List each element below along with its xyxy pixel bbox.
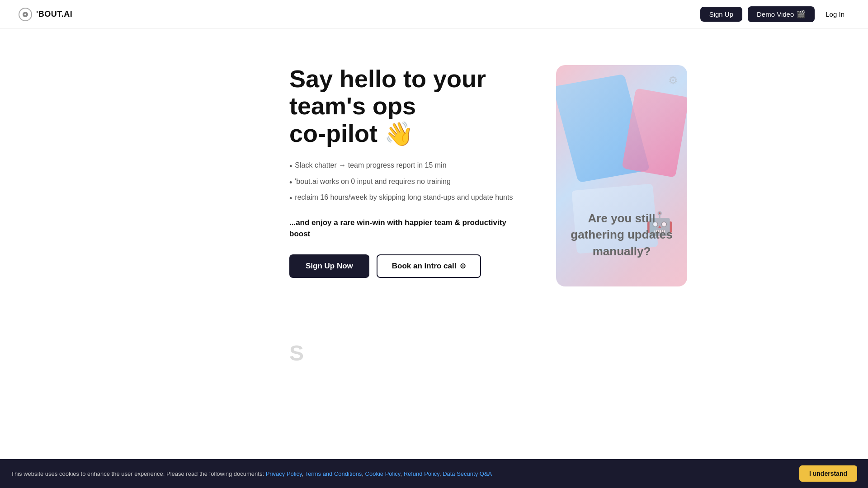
call-icon: ⊙ (460, 262, 466, 270)
cookie-link-refund[interactable]: Refund Policy (404, 470, 439, 477)
hero-bullet-2: • 'bout.ai works on 0 input and requires… (289, 178, 524, 188)
logo-icon (18, 7, 33, 22)
logo-area: 'BOUT.AI (18, 7, 72, 22)
bottom-heading: S (289, 341, 687, 366)
hero-image-text: Are you still gathering updates manually… (556, 210, 687, 259)
nav-demo-button[interactable]: Demo Video 🎬 (748, 6, 815, 22)
book-intro-call-button[interactable]: Book an intro call ⊙ (377, 254, 481, 278)
nav-actions: Sign Up Demo Video 🎬 Log In (700, 6, 850, 22)
gear-icon: ⚙ (668, 74, 678, 87)
hero-section: Say hello to your team's ops co-pilot 👋 … (163, 29, 705, 314)
cookie-banner: This website uses cookies to enhance the… (0, 459, 868, 488)
cookie-link-terms[interactable]: Terms and Conditions (305, 470, 362, 477)
nav-login-button[interactable]: Log In (820, 7, 850, 22)
hero-image: ⚙ 🤖 Are you still gathering updates manu… (556, 65, 687, 286)
demo-label: Demo Video (757, 10, 794, 18)
hero-content: Say hello to your team's ops co-pilot 👋 … (289, 65, 524, 278)
bullet-text-1: Slack chatter → team progress report in … (295, 161, 446, 169)
bottom-section-peek: S (163, 314, 705, 366)
bullet-text-3: reclaim 16 hours/week by skipping long s… (295, 193, 513, 202)
hero-tagline: ...and enjoy a rare win-win with happier… (289, 217, 524, 240)
hero-title: Say hello to your team's ops co-pilot 👋 (289, 65, 524, 147)
svg-point-2 (24, 14, 26, 15)
hero-title-line3: co-pilot (289, 120, 377, 147)
cookie-message: This website uses cookies to enhance the… (11, 470, 788, 477)
bullet-dot-2: • (289, 178, 292, 188)
cookie-link-privacy[interactable]: Privacy Policy (266, 470, 302, 477)
demo-emoji: 🎬 (797, 10, 806, 19)
hero-bullet-1: • Slack chatter → team progress report i… (289, 161, 524, 172)
cookie-link-cookie[interactable]: Cookie Policy (365, 470, 401, 477)
nav-signup-button[interactable]: Sign Up (700, 7, 742, 22)
hero-title-line2: team's ops (289, 92, 416, 119)
bullet-text-2: 'bout.ai works on 0 input and requires n… (295, 178, 451, 186)
navbar: 'BOUT.AI Sign Up Demo Video 🎬 Log In (0, 0, 868, 29)
hero-cta-area: Sign Up Now Book an intro call ⊙ (289, 254, 524, 278)
hero-bullets-list: • Slack chatter → team progress report i… (289, 161, 524, 204)
wave-emoji: 👋 (384, 121, 414, 147)
hero-title-line1: Say hello to your (289, 65, 486, 92)
hero-bullet-3: • reclaim 16 hours/week by skipping long… (289, 193, 524, 204)
bullet-dot-3: • (289, 193, 292, 204)
bullet-dot-1: • (289, 161, 292, 172)
cookie-understand-button[interactable]: I understand (799, 465, 857, 482)
brand-name: 'BOUT.AI (36, 9, 72, 19)
intro-call-label: Book an intro call (392, 262, 457, 271)
cookie-link-security[interactable]: Data Security Q&A (443, 470, 492, 477)
signup-now-button[interactable]: Sign Up Now (289, 254, 369, 278)
